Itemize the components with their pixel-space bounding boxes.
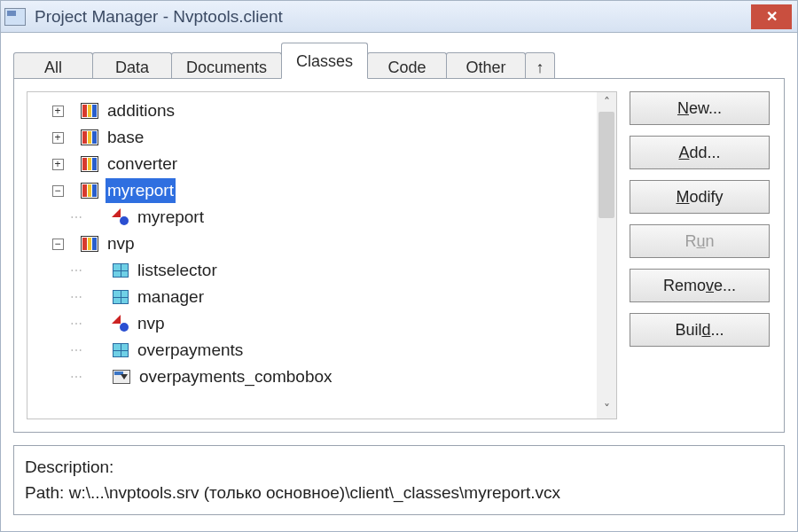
- tree-library-node[interactable]: −nvp: [31, 231, 593, 257]
- button-column: New... Add... Modify Run Remove... Build…: [624, 79, 784, 432]
- class-library-icon: [81, 103, 98, 119]
- class-library-icon: [81, 183, 98, 199]
- window-title: Project Manager - Nvptools.client: [35, 7, 283, 27]
- tree-library-node[interactable]: −myreport: [31, 177, 593, 204]
- close-icon: ✕: [766, 8, 778, 25]
- tree-node-label: overpayments_combobox: [137, 364, 334, 390]
- collapse-icon[interactable]: −: [52, 239, 64, 250]
- scroll-track[interactable]: [597, 112, 616, 399]
- class-tree[interactable]: +additions+base+converter−myreport⋯myrep…: [27, 92, 597, 419]
- class-tree-container: +additions+base+converter−myreport⋯myrep…: [27, 91, 617, 419]
- tree-library-node[interactable]: +additions: [31, 98, 593, 124]
- tree-class-node[interactable]: ⋯nvp: [31, 310, 593, 337]
- class-icon: [113, 209, 129, 225]
- class-library-icon: [81, 156, 98, 172]
- tree-connector-icon: ⋯: [40, 315, 113, 333]
- class-library-icon: [81, 236, 98, 252]
- expand-icon[interactable]: +: [52, 106, 64, 117]
- app-icon: [4, 8, 26, 26]
- tree-node-label: overpayments: [136, 338, 245, 364]
- grid-class-icon: [113, 263, 129, 278]
- class-icon: [113, 316, 129, 332]
- expand-icon[interactable]: +: [52, 132, 64, 144]
- scroll-thumb[interactable]: [598, 112, 614, 218]
- title-bar: Project Manager - Nvptools.client ✕: [1, 1, 797, 33]
- build-button[interactable]: Build...: [630, 313, 770, 347]
- vertical-scrollbar[interactable]: ˄ ˅: [597, 92, 616, 419]
- tree-node-label: nvp: [136, 311, 167, 337]
- grid-class-icon: [113, 290, 129, 304]
- tree-class-node[interactable]: ⋯listselector: [31, 257, 593, 284]
- tree-class-node[interactable]: ⋯overpayments: [31, 337, 593, 364]
- description-label: Description:: [25, 458, 113, 476]
- tree-node-label: converter: [106, 152, 179, 177]
- tree-connector-icon: ⋯: [40, 208, 113, 227]
- description-panel: Description: Path: w:\...\nvptools.srv (…: [13, 445, 785, 515]
- new-button[interactable]: New...: [630, 91, 770, 125]
- tree-class-node[interactable]: ⋯overpayments_combobox: [31, 364, 593, 390]
- tree-node-label: myreport: [106, 178, 176, 204]
- tree-class-node[interactable]: ⋯manager: [31, 284, 593, 310]
- tree-library-node[interactable]: +converter: [31, 151, 593, 177]
- tab-classes[interactable]: Classes: [281, 43, 368, 79]
- window-close-button[interactable]: ✕: [751, 4, 792, 29]
- scroll-up-icon[interactable]: ˄: [597, 92, 616, 112]
- tree-connector-icon: ⋯: [40, 262, 113, 280]
- main-panel: +additions+base+converter−myreport⋯myrep…: [13, 78, 785, 433]
- tree-node-label: base: [106, 125, 145, 151]
- tab-strip: All Data Documents Classes Code Other ↑: [13, 42, 785, 79]
- class-library-icon: [81, 129, 98, 145]
- path-label: Path:: [25, 483, 64, 502]
- path-value: w:\...\nvptools.srv (только основное)\cl…: [69, 483, 560, 502]
- combobox-class-icon: [113, 370, 130, 384]
- expand-icon[interactable]: +: [52, 159, 64, 170]
- grid-class-icon: [113, 343, 129, 357]
- tree-node-label: myreport: [136, 205, 206, 231]
- modify-button[interactable]: Modify: [630, 180, 770, 214]
- tree-node-label: manager: [136, 285, 206, 310]
- tree-node-label: additions: [106, 98, 176, 124]
- tree-connector-icon: ⋯: [40, 288, 113, 307]
- scroll-down-icon[interactable]: ˅: [597, 399, 616, 419]
- remove-button[interactable]: Remove...: [630, 269, 770, 302]
- tree-node-label: nvp: [106, 231, 137, 257]
- add-button[interactable]: Add...: [630, 136, 770, 169]
- tree-node-label: listselector: [136, 258, 219, 284]
- run-button: Run: [630, 224, 770, 258]
- tree-class-node[interactable]: ⋯myreport: [31, 204, 593, 231]
- tree-connector-icon: ⋯: [40, 368, 113, 387]
- tree-library-node[interactable]: +base: [31, 124, 593, 151]
- collapse-icon[interactable]: −: [52, 185, 64, 197]
- tree-connector-icon: ⋯: [40, 341, 113, 360]
- arrow-up-icon: ↑: [536, 59, 544, 76]
